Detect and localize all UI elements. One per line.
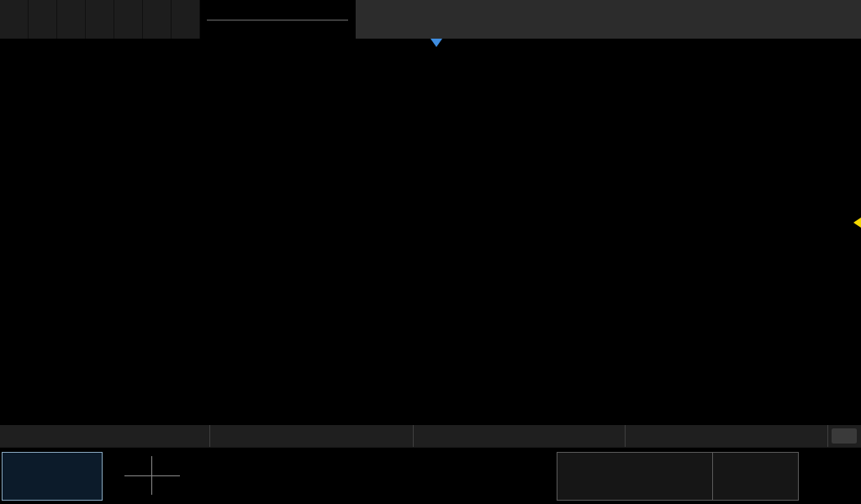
waveform-canvas xyxy=(0,39,252,165)
trigger-level-marker[interactable] xyxy=(853,218,861,228)
frequency-counter xyxy=(207,19,348,21)
top-menu-bar xyxy=(0,0,861,39)
menu-item-utility[interactable] xyxy=(0,0,29,39)
cursors-panel-button[interactable] xyxy=(355,0,861,39)
measurement-slot-median[interactable] xyxy=(414,425,626,447)
brand-status-block xyxy=(200,0,355,39)
crosshair-vertical-line xyxy=(151,456,152,495)
measurements-close-button[interactable] xyxy=(832,428,857,444)
trigger-position-marker[interactable] xyxy=(430,39,442,47)
status-bar xyxy=(0,447,861,504)
waveform-area[interactable] xyxy=(0,39,861,424)
timebase-panel[interactable] xyxy=(557,453,713,500)
trigger-panel[interactable] xyxy=(713,453,798,500)
menu-item-cursors[interactable] xyxy=(114,0,143,39)
crosshair-horizontal-line xyxy=(124,475,180,476)
measurement-bar xyxy=(0,424,861,447)
measurement-slot-pkpk[interactable] xyxy=(0,425,210,447)
menu-item-acquire[interactable] xyxy=(57,0,86,39)
measurement-slot-freq[interactable] xyxy=(210,425,414,447)
oscilloscope-screen xyxy=(0,0,861,504)
menu-item-meas[interactable] xyxy=(143,0,172,39)
measurement-slot-stdev[interactable] xyxy=(626,425,828,447)
menu-item-trigger[interactable] xyxy=(86,0,114,39)
crosshair-icon xyxy=(124,456,180,495)
menu-bar xyxy=(0,0,200,39)
menu-item-display[interactable] xyxy=(29,0,57,39)
menu-item-analysis[interactable] xyxy=(172,0,200,39)
channel1-descriptor[interactable] xyxy=(2,452,103,501)
timebase-trigger-panels xyxy=(557,452,799,501)
